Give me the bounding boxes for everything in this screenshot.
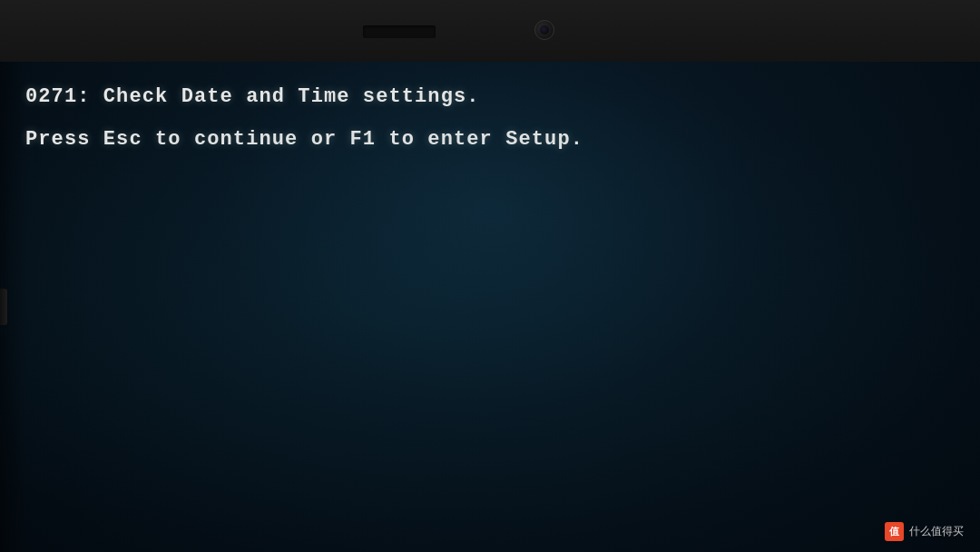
watermark: 值 什么值得买 bbox=[885, 522, 964, 541]
webcam-icon bbox=[534, 20, 554, 40]
watermark-site-name: 什么值得买 bbox=[909, 524, 964, 539]
bios-screen: 0271: Check Date and Time settings. Pres… bbox=[0, 62, 980, 552]
side-button bbox=[0, 289, 7, 325]
speaker-slot-icon bbox=[363, 25, 436, 38]
webcam-lens-icon bbox=[540, 25, 549, 34]
bios-error-line: 0271: Check Date and Time settings. bbox=[25, 85, 955, 108]
watermark-badge: 值 bbox=[885, 522, 904, 541]
laptop-frame: 0271: Check Date and Time settings. Pres… bbox=[0, 0, 980, 552]
top-bezel bbox=[0, 0, 980, 62]
bios-instruction-line: Press Esc to continue or F1 to enter Set… bbox=[25, 128, 955, 151]
